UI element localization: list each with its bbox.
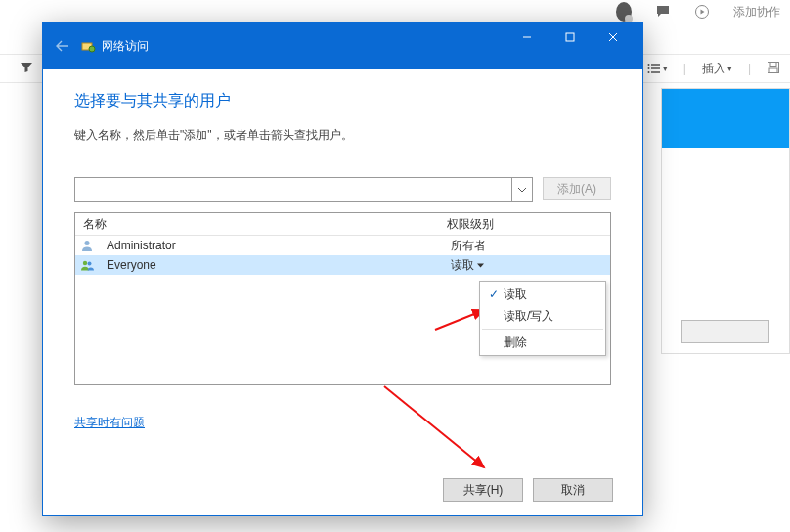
menu-item-delete[interactable]: 删除	[482, 332, 603, 353]
svg-point-8	[89, 46, 95, 52]
save-icon[interactable]	[767, 61, 780, 77]
caret-down-icon	[476, 261, 485, 270]
avatar-icon[interactable]	[616, 4, 632, 20]
user-icon	[79, 238, 95, 253]
help-link[interactable]: 共享时有问题	[74, 415, 145, 431]
table-row[interactable]: Everyone 读取	[75, 255, 610, 275]
user-combobox[interactable]	[74, 177, 533, 202]
permission-menu: ✓ 读取 读取/写入 删除	[479, 281, 606, 356]
back-icon[interactable]	[51, 34, 74, 58]
share-button[interactable]: 共享(H)	[443, 478, 523, 502]
svg-point-12	[88, 262, 92, 266]
svg-rect-6	[769, 68, 777, 73]
row-name: Administrator	[99, 236, 447, 255]
insert-menu[interactable]: 插入▾	[702, 61, 732, 77]
cancel-button[interactable]: 取消	[533, 478, 613, 502]
maximize-button[interactable]	[549, 22, 592, 52]
play-icon[interactable]	[694, 4, 710, 20]
bg-panel-button[interactable]	[681, 320, 769, 343]
check-icon: ✓	[484, 288, 504, 301]
svg-point-3	[647, 71, 649, 73]
titlebar: 网络访问	[43, 22, 642, 69]
column-name[interactable]: 名称	[75, 213, 443, 235]
chevron-down-icon[interactable]	[511, 178, 532, 201]
network-share-icon	[80, 38, 96, 54]
list-control[interactable]: ▾	[647, 62, 668, 75]
comment-icon[interactable]	[655, 4, 671, 20]
users-icon	[79, 257, 95, 273]
svg-point-10	[85, 241, 90, 245]
menu-item-read[interactable]: ✓ 读取	[482, 284, 603, 305]
row-name: Everyone	[99, 255, 447, 275]
filter-icon[interactable]	[20, 61, 33, 77]
minimize-button[interactable]	[505, 22, 549, 52]
svg-rect-9	[566, 33, 574, 41]
dialog-title: 网络访问	[102, 38, 505, 55]
dialog-instruction: 键入名称，然后单击"添加"，或者单击箭头查找用户。	[74, 127, 611, 144]
svg-point-1	[647, 64, 649, 66]
bg-side-panel	[661, 88, 790, 354]
network-access-dialog: 网络访问 选择要与其共享的用户 键入名称，然后单击"添加"，或者单击箭头查找用户…	[42, 22, 643, 516]
dialog-heading: 选择要与其共享的用户	[74, 91, 611, 111]
row-perm-dropdown[interactable]: 读取	[447, 254, 610, 277]
menu-separator	[482, 329, 603, 330]
list-header: 名称 权限级别	[75, 213, 610, 236]
menu-item-readwrite[interactable]: 读取/写入	[482, 305, 603, 327]
close-button[interactable]	[592, 22, 635, 52]
svg-point-2	[647, 67, 649, 69]
column-permission[interactable]: 权限级别	[443, 213, 610, 235]
table-row[interactable]: Administrator 所有者	[75, 236, 610, 255]
svg-rect-5	[770, 62, 776, 66]
user-input[interactable]	[75, 183, 511, 197]
add-button[interactable]: 添加(A)	[543, 177, 611, 200]
add-collaborator-label[interactable]: 添加协作	[733, 4, 780, 21]
svg-point-11	[83, 261, 87, 265]
